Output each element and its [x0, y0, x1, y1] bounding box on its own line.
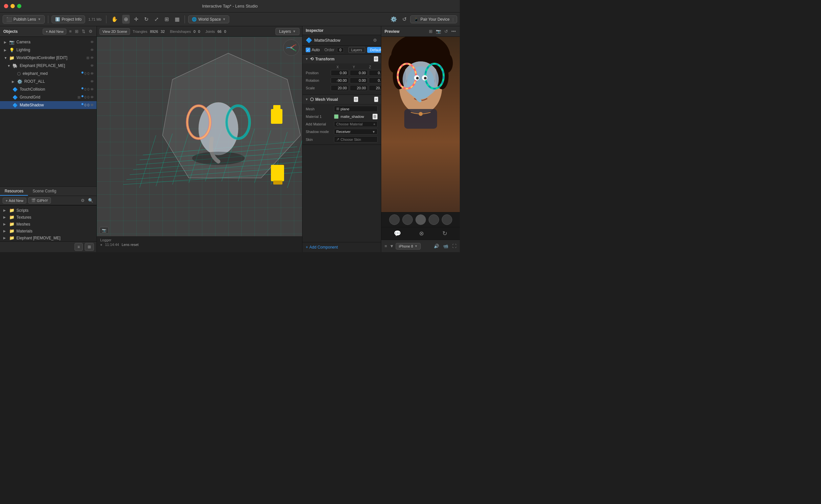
fullscreen-icon[interactable]: ⛶ [452, 243, 457, 249]
inspector-settings-icon[interactable]: ⚙ [372, 37, 378, 43]
history-icon[interactable]: ↺ [401, 15, 408, 24]
rotate-icon[interactable]: ↻ [442, 229, 448, 238]
layers-button[interactable]: Layers ▼ [276, 28, 300, 35]
skin-value[interactable]: ↗ Choose Skin [334, 136, 378, 142]
triangles-val: 8926 [150, 30, 158, 33]
preview-snap-icon[interactable]: ⊞ [428, 28, 433, 34]
preview-refresh-icon[interactable]: ↺ [444, 28, 449, 34]
mesh-value[interactable]: ⊞ plane [334, 106, 378, 112]
tab-scene-config[interactable]: Scene Config [28, 187, 61, 196]
grid-view-btn[interactable]: ⊞ [85, 243, 94, 251]
layers-arrow-icon: ▼ [293, 30, 296, 33]
expand-icon: ▶ [3, 236, 7, 240]
sort-icon[interactable]: ⇅ [81, 28, 86, 34]
pair-device-button[interactable]: 📱 Pair Your Device | [410, 15, 457, 23]
obj-worldobj[interactable]: ▼ 📁 WorldObjectController [EDIT] ⊞ 👁 [0, 54, 97, 62]
preview-ctrl-5[interactable] [442, 214, 452, 225]
expand-icon: ▼ [305, 98, 308, 101]
filter-icon[interactable]: ⚙ [88, 28, 93, 34]
preview-ctrl-2[interactable] [402, 214, 413, 225]
preview-ctrl-3[interactable] [415, 214, 426, 225]
obj-lighting[interactable]: ▶ 💡 Lighting 👁 [0, 46, 97, 54]
res-search-icon[interactable]: 🔍 [87, 197, 94, 204]
close-circle-icon[interactable]: ⊗ [418, 229, 425, 238]
transform-header[interactable]: ▼ ⟲ Transform ⚙ [302, 55, 381, 63]
res-materials[interactable]: ▶ 📁 Materials [0, 228, 97, 234]
res-textures[interactable]: ▶ 📁 Textures [0, 214, 97, 221]
preview-more-icon[interactable]: ••• [451, 28, 456, 34]
shadow-mode-select[interactable]: Receiver ▼ [334, 129, 378, 135]
add-new-button[interactable]: + Add New [43, 29, 66, 34]
scale-y-input[interactable] [350, 85, 368, 91]
mesh-remove-icon[interactable]: ✕ [374, 97, 378, 102]
close-button[interactable] [4, 4, 8, 8]
preview-camera-icon[interactable]: 📷 [435, 28, 442, 34]
rot-y-input[interactable] [350, 77, 368, 83]
triangles-label: Triangles [133, 30, 147, 33]
rot-x-input[interactable] [331, 77, 349, 83]
transform-content: X Y Z Position Rotation [302, 63, 381, 95]
select-tool-button[interactable]: ⊕ [122, 15, 130, 24]
volume-icon[interactable]: 🔊 [433, 243, 440, 249]
obj-elephant[interactable]: ▼ 🐘 Elephant [REPLACE_ME] 👁 [0, 62, 97, 70]
publish-lens-button[interactable]: ⬛ Publish Lens ▼ [3, 15, 45, 24]
obj-touchcollision[interactable]: 🔷 TouchCollision 0 0 👁 [0, 85, 97, 93]
camera-bottom-icon[interactable]: 📹 [442, 243, 449, 249]
material-delete-icon[interactable]: 🗑 [372, 114, 378, 120]
view-2d-button[interactable]: View 2D Scene [100, 28, 130, 35]
scale-tool-button[interactable]: ⤢ [153, 15, 160, 24]
screenshot-button[interactable]: 📷 [100, 227, 109, 234]
maximize-button[interactable] [17, 4, 21, 8]
res-add-new-button[interactable]: + Add New [3, 198, 26, 204]
list-view-btn[interactable]: ≡ [75, 243, 83, 251]
rotate-tool-button[interactable]: ↻ [143, 15, 150, 24]
tab-resources[interactable]: Resources [0, 187, 28, 196]
snap-tool-button[interactable]: ⊞ [163, 15, 170, 24]
project-info-button[interactable]: ℹ️ Project Info [52, 15, 85, 23]
preview-ctrl-4[interactable] [429, 214, 439, 225]
transform-settings-icon[interactable]: ⚙ [374, 56, 378, 62]
viewport: View 2D Scene Triangles 8926 32 Blendsha… [97, 26, 302, 252]
blendshapes-val: 0 [193, 30, 195, 33]
logger-header: Logger [100, 238, 299, 242]
add-new-label: Add New [49, 30, 64, 33]
viewport-canvas[interactable]: X Y Z 📷 [97, 37, 302, 236]
device-list-icon[interactable]: ≡ [384, 243, 388, 249]
res-scripts[interactable]: ▶ 📁 Scripts [0, 207, 97, 214]
choose-material-button[interactable]: Choose Material + [334, 121, 378, 127]
preview-ctrl-1[interactable] [389, 214, 400, 225]
mesh-visual-header[interactable]: ▼ ⬡ Mesh Visual ⚙ ✕ [302, 95, 381, 104]
hand-tool-button[interactable]: ✋ [110, 15, 120, 24]
title-bar: Interactive Tap* - Lens Studio [0, 0, 460, 12]
settings-icon[interactable]: ⚙️ [389, 15, 399, 24]
obj-camera[interactable]: ▶ 📷 Camera 👁 [0, 38, 97, 46]
chat-icon[interactable]: 💬 [393, 229, 402, 238]
minimize-button[interactable] [11, 4, 15, 8]
res-elephant-remove[interactable]: ▶ 📁 Elephant [REMOVE_ME] [0, 234, 97, 241]
obj-groundgrid[interactable]: 🔷 GroundGrid ⊞ 0 0 👁 [0, 93, 97, 101]
obj-elephant-med[interactable]: ⬡ elephant_med 0 0 👁 [0, 70, 97, 77]
material-color-swatch [334, 114, 339, 119]
add-component-button[interactable]: + Add Component [306, 245, 338, 250]
obj-matteshadow[interactable]: 🔷 MatteShadow 0 0 👁 [0, 101, 97, 109]
pos-y-input[interactable] [350, 70, 368, 76]
res-meshes[interactable]: ▶ 📁 Meshes [0, 221, 97, 228]
elephant-med-label: elephant_med [23, 71, 80, 76]
list-view-icon[interactable]: ≡ [68, 28, 72, 34]
scale-x-input[interactable] [331, 85, 349, 91]
inspector-panel: Inspector 🔷 MatteShadow ⚙ ✓ Auto Order 0… [302, 26, 381, 252]
obj-root-all[interactable]: ▶ ⚙️ ROOT_ALL 👁 [0, 77, 97, 85]
grid-tool-button[interactable]: ▦ [173, 15, 181, 24]
mesh-settings-icon[interactable]: ⚙ [354, 97, 358, 102]
layers-tab[interactable]: Layers [348, 47, 365, 53]
material-name: matte_shadow [341, 115, 370, 119]
move-tool-button[interactable]: ✛ [132, 15, 140, 24]
device-dropdown[interactable]: iPhone 8 ▼ [396, 243, 420, 250]
grid-view-icon[interactable]: ⊞ [74, 28, 79, 34]
camera-actions: 👁 [90, 40, 94, 44]
pos-x-input[interactable] [331, 70, 349, 76]
world-space-button[interactable]: 🌐 World Space ▼ [188, 15, 229, 23]
device-arrow-icon[interactable]: ▼ [389, 243, 395, 249]
giphy-button[interactable]: 🎬 GIPHY [28, 197, 51, 204]
res-filter-icon[interactable]: ⚙ [80, 197, 85, 204]
